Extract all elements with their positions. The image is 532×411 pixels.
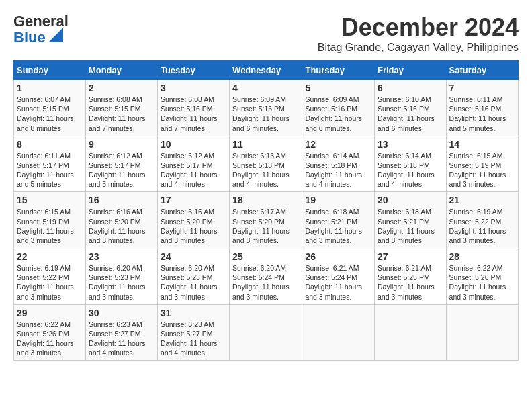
calendar-cell: 6 Sunrise: 6:10 AMSunset: 5:16 PMDayligh… bbox=[375, 80, 447, 136]
svg-marker-0 bbox=[48, 28, 63, 42]
calendar-cell: 21 Sunrise: 6:19 AMSunset: 5:22 PMDaylig… bbox=[446, 192, 518, 248]
calendar-week-2: 8 Sunrise: 6:11 AMSunset: 5:17 PMDayligh… bbox=[14, 136, 519, 192]
day-number: 22 bbox=[17, 251, 83, 262]
day-detail: Sunrise: 6:15 AMSunset: 5:19 PMDaylight:… bbox=[17, 208, 74, 244]
calendar-cell: 27 Sunrise: 6:21 AMSunset: 5:25 PMDaylig… bbox=[375, 248, 447, 305]
day-detail: Sunrise: 6:23 AMSunset: 5:27 PMDaylight:… bbox=[161, 320, 218, 357]
header-friday: Friday bbox=[375, 61, 447, 80]
calendar-cell: 26 Sunrise: 6:21 AMSunset: 5:24 PMDaylig… bbox=[302, 248, 375, 305]
day-detail: Sunrise: 6:21 AMSunset: 5:24 PMDaylight:… bbox=[305, 264, 362, 301]
day-detail: Sunrise: 6:10 AMSunset: 5:16 PMDaylight:… bbox=[378, 95, 435, 132]
day-number: 27 bbox=[378, 251, 443, 262]
day-number: 20 bbox=[378, 195, 443, 205]
calendar-cell: 5 Sunrise: 6:09 AMSunset: 5:16 PMDayligh… bbox=[302, 80, 375, 136]
day-number: 16 bbox=[89, 195, 154, 205]
day-detail: Sunrise: 6:09 AMSunset: 5:16 PMDaylight:… bbox=[305, 95, 362, 132]
calendar-cell: 28 Sunrise: 6:22 AMSunset: 5:26 PMDaylig… bbox=[446, 248, 518, 305]
day-number: 25 bbox=[232, 251, 299, 262]
calendar-cell: 13 Sunrise: 6:14 AMSunset: 5:18 PMDaylig… bbox=[375, 136, 447, 192]
day-detail: Sunrise: 6:15 AMSunset: 5:19 PMDaylight:… bbox=[449, 152, 506, 189]
header-tuesday: Tuesday bbox=[157, 61, 229, 80]
calendar-cell: 20 Sunrise: 6:18 AMSunset: 5:21 PMDaylig… bbox=[375, 192, 447, 248]
header-saturday: Saturday bbox=[446, 61, 518, 80]
calendar-cell: 19 Sunrise: 6:18 AMSunset: 5:21 PMDaylig… bbox=[302, 192, 375, 248]
logo-icon bbox=[48, 28, 63, 42]
day-number: 18 bbox=[232, 195, 299, 205]
day-detail: Sunrise: 6:22 AMSunset: 5:26 PMDaylight:… bbox=[17, 320, 74, 357]
day-number: 4 bbox=[232, 83, 299, 93]
logo: General Blue bbox=[13, 13, 69, 46]
day-detail: Sunrise: 6:18 AMSunset: 5:21 PMDaylight:… bbox=[305, 208, 362, 244]
calendar-week-1: 1 Sunrise: 6:07 AMSunset: 5:15 PMDayligh… bbox=[14, 80, 519, 136]
day-detail: Sunrise: 6:20 AMSunset: 5:23 PMDaylight:… bbox=[161, 264, 218, 301]
day-number: 6 bbox=[378, 83, 443, 93]
header-row: Sunday Monday Tuesday Wednesday Thursday… bbox=[14, 61, 519, 80]
calendar-table: Sunday Monday Tuesday Wednesday Thursday… bbox=[13, 60, 519, 361]
day-number: 23 bbox=[89, 251, 154, 262]
calendar-week-3: 15 Sunrise: 6:15 AMSunset: 5:19 PMDaylig… bbox=[14, 192, 519, 248]
title-area: December 2024 Bitag Grande, Cagayan Vall… bbox=[318, 13, 519, 54]
day-number: 10 bbox=[161, 139, 226, 150]
calendar-cell: 8 Sunrise: 6:11 AMSunset: 5:17 PMDayligh… bbox=[14, 136, 86, 192]
day-detail: Sunrise: 6:14 AMSunset: 5:18 PMDaylight:… bbox=[378, 152, 435, 189]
day-number: 29 bbox=[17, 308, 83, 318]
day-detail: Sunrise: 6:22 AMSunset: 5:26 PMDaylight:… bbox=[449, 264, 506, 301]
calendar-cell: 9 Sunrise: 6:12 AMSunset: 5:17 PMDayligh… bbox=[85, 136, 157, 192]
calendar-cell: 14 Sunrise: 6:15 AMSunset: 5:19 PMDaylig… bbox=[446, 136, 518, 192]
calendar-week-4: 22 Sunrise: 6:19 AMSunset: 5:22 PMDaylig… bbox=[14, 248, 519, 305]
day-number: 2 bbox=[89, 83, 154, 93]
calendar-cell: 24 Sunrise: 6:20 AMSunset: 5:23 PMDaylig… bbox=[157, 248, 229, 305]
day-detail: Sunrise: 6:23 AMSunset: 5:27 PMDaylight:… bbox=[89, 320, 146, 357]
day-number: 24 bbox=[161, 251, 226, 262]
month-title: December 2024 bbox=[318, 13, 519, 42]
day-number: 13 bbox=[378, 139, 443, 150]
day-number: 21 bbox=[449, 195, 515, 205]
calendar-cell: 3 Sunrise: 6:08 AMSunset: 5:16 PMDayligh… bbox=[157, 80, 229, 136]
calendar-cell: 10 Sunrise: 6:12 AMSunset: 5:17 PMDaylig… bbox=[157, 136, 229, 192]
day-number: 15 bbox=[17, 195, 83, 205]
day-detail: Sunrise: 6:11 AMSunset: 5:17 PMDaylight:… bbox=[17, 152, 74, 189]
day-detail: Sunrise: 6:08 AMSunset: 5:16 PMDaylight:… bbox=[161, 95, 218, 132]
day-detail: Sunrise: 6:20 AMSunset: 5:23 PMDaylight:… bbox=[89, 264, 146, 301]
day-detail: Sunrise: 6:19 AMSunset: 5:22 PMDaylight:… bbox=[17, 264, 74, 301]
day-detail: Sunrise: 6:19 AMSunset: 5:22 PMDaylight:… bbox=[449, 208, 506, 244]
calendar-cell: 16 Sunrise: 6:16 AMSunset: 5:20 PMDaylig… bbox=[85, 192, 157, 248]
calendar-cell: 15 Sunrise: 6:15 AMSunset: 5:19 PMDaylig… bbox=[14, 192, 86, 248]
day-detail: Sunrise: 6:08 AMSunset: 5:15 PMDaylight:… bbox=[89, 95, 146, 132]
day-detail: Sunrise: 6:18 AMSunset: 5:21 PMDaylight:… bbox=[378, 208, 435, 244]
day-number: 9 bbox=[89, 139, 154, 150]
logo-blue: Blue bbox=[13, 30, 46, 46]
calendar-cell: 2 Sunrise: 6:08 AMSunset: 5:15 PMDayligh… bbox=[85, 80, 157, 136]
day-number: 31 bbox=[161, 308, 226, 318]
calendar-cell bbox=[446, 304, 518, 361]
day-detail: Sunrise: 6:14 AMSunset: 5:18 PMDaylight:… bbox=[305, 152, 362, 189]
header-wednesday: Wednesday bbox=[230, 61, 302, 80]
calendar-cell: 17 Sunrise: 6:16 AMSunset: 5:20 PMDaylig… bbox=[157, 192, 229, 248]
calendar-cell: 4 Sunrise: 6:09 AMSunset: 5:16 PMDayligh… bbox=[230, 80, 302, 136]
calendar-cell bbox=[375, 304, 447, 361]
calendar-cell bbox=[302, 304, 375, 361]
day-detail: Sunrise: 6:21 AMSunset: 5:25 PMDaylight:… bbox=[378, 264, 435, 301]
header-sunday: Sunday bbox=[14, 61, 86, 80]
day-detail: Sunrise: 6:13 AMSunset: 5:18 PMDaylight:… bbox=[232, 152, 290, 189]
day-detail: Sunrise: 6:20 AMSunset: 5:24 PMDaylight:… bbox=[232, 264, 290, 301]
day-detail: Sunrise: 6:12 AMSunset: 5:17 PMDaylight:… bbox=[161, 152, 218, 189]
day-number: 17 bbox=[161, 195, 226, 205]
day-detail: Sunrise: 6:11 AMSunset: 5:16 PMDaylight:… bbox=[449, 95, 506, 132]
calendar-cell bbox=[230, 304, 302, 361]
day-detail: Sunrise: 6:17 AMSunset: 5:20 PMDaylight:… bbox=[232, 208, 290, 244]
calendar-cell: 23 Sunrise: 6:20 AMSunset: 5:23 PMDaylig… bbox=[85, 248, 157, 305]
calendar-cell: 29 Sunrise: 6:22 AMSunset: 5:26 PMDaylig… bbox=[14, 304, 86, 361]
calendar-cell: 18 Sunrise: 6:17 AMSunset: 5:20 PMDaylig… bbox=[230, 192, 302, 248]
location-title: Bitag Grande, Cagayan Valley, Philippine… bbox=[318, 42, 519, 54]
calendar-cell: 25 Sunrise: 6:20 AMSunset: 5:24 PMDaylig… bbox=[230, 248, 302, 305]
day-number: 3 bbox=[161, 83, 226, 93]
calendar-cell: 7 Sunrise: 6:11 AMSunset: 5:16 PMDayligh… bbox=[446, 80, 518, 136]
calendar-cell: 31 Sunrise: 6:23 AMSunset: 5:27 PMDaylig… bbox=[157, 304, 229, 361]
header-thursday: Thursday bbox=[302, 61, 375, 80]
day-number: 19 bbox=[305, 195, 371, 205]
day-detail: Sunrise: 6:16 AMSunset: 5:20 PMDaylight:… bbox=[89, 208, 146, 244]
day-detail: Sunrise: 6:12 AMSunset: 5:17 PMDaylight:… bbox=[89, 152, 146, 189]
day-detail: Sunrise: 6:16 AMSunset: 5:20 PMDaylight:… bbox=[161, 208, 218, 244]
calendar-cell: 22 Sunrise: 6:19 AMSunset: 5:22 PMDaylig… bbox=[14, 248, 86, 305]
